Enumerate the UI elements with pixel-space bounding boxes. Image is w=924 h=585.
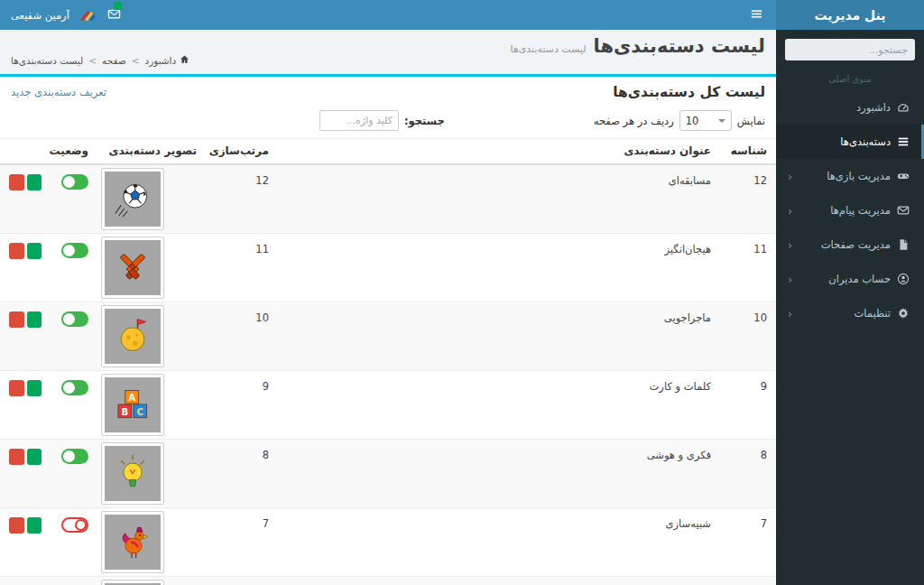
column-header-id[interactable]: شناسه [720,139,776,164]
add-category-link[interactable]: تعریف دسته‌بندی جدید [11,86,106,98]
cell-id: 8 [720,439,776,507]
sidebar-menu-item[interactable]: مدیریت بازی‌ها ‹ [776,159,924,193]
breadcrumb-separator: > [88,55,97,66]
status-toggle[interactable] [61,380,88,395]
cell-actions [0,439,51,507]
cell-sort: 12 [206,164,278,234]
status-toggle[interactable] [61,449,88,464]
cell-image [97,507,206,576]
breadcrumb-separator: > [132,55,140,66]
category-image [101,168,164,230]
delete-button[interactable] [9,517,24,534]
moon-flag-image [105,309,161,364]
categories-panel: لیست کل دسته‌بندی‌ها تعریف دسته‌بندی جدی… [0,74,776,585]
breadcrumb-item[interactable]: صفحه [102,55,126,66]
cell-sort: 6 [206,576,278,585]
status-toggle[interactable] [61,243,88,258]
navbar-user-area: آرمین شفیعی [7,6,124,24]
soccer-ball-image [105,172,161,227]
chevron-left-icon: ‹ [788,308,792,320]
sidebar-menu-item[interactable]: تنظیمات ‹ [776,296,924,330]
sidebar-section-label: منوی اصلی [776,66,924,90]
sidebar-menu-item[interactable]: داشبورد [776,90,924,125]
column-header-sort[interactable]: مرتب‌سازی [206,139,278,164]
main-area: آرمین شفیعی لیست دسته‌بندی‌ها لیست دسته‌… [0,0,776,585]
cell-id: 10 [720,302,776,370]
sidebar-menu-item[interactable]: مدیریت صفحات ‹ [776,228,924,262]
cell-image: ABC [97,370,206,439]
cell-status [51,302,97,370]
column-header-status[interactable]: وضعیت [51,139,97,164]
edit-button[interactable] [27,311,42,328]
messages-button[interactable] [106,6,124,24]
cell-image [97,576,206,585]
chevron-left-icon: ‹ [788,239,792,251]
edit-button[interactable] [27,243,42,259]
table-search-control: جستجو: [319,110,445,131]
svg-text:A: A [128,393,135,403]
table-row: 10 ماجراجویی 10 [0,302,776,370]
edit-button[interactable] [27,449,42,465]
cell-id: 11 [720,233,776,302]
cell-status [51,370,97,439]
cell-id: 12 [720,164,776,234]
delete-button[interactable] [9,380,24,396]
sidebar-toggle-button[interactable] [744,3,769,28]
page-title: لیست دسته‌بندی‌ها [594,35,765,58]
cell-id: 6 [720,576,776,585]
rooster-image [105,515,161,570]
delete-button[interactable] [9,311,24,328]
sidebar-search-button[interactable] [785,39,808,60]
cell-actions [0,370,51,439]
delete-button[interactable] [9,243,24,259]
user-avatar [79,8,97,23]
breadcrumb: لیست دسته‌بندی‌ها>صفحه>داشبورد [11,54,189,66]
column-header-image[interactable]: تصویر دسته‌بندی [97,139,206,164]
sidebar-item-label: حساب مدیران [828,273,891,285]
home-icon [180,54,189,66]
category-image [101,511,164,573]
sidebar-menu: داشبورد دسته‌بندی‌ها مدیریت بازی‌ها ‹ مد… [776,90,924,330]
cell-image [97,302,206,370]
status-toggle[interactable] [61,174,88,190]
categories-table: شناسه عنوان دسته‌بندی مرتب‌سازی تصویر دس… [0,138,776,585]
sidebar-menu-item[interactable]: دسته‌بندی‌ها [776,125,924,159]
crossed-pistols-image [105,240,161,295]
app: پنل مدیریت منوی اصلی داشبورد دسته‌بندی‌ه… [0,0,924,585]
dashboard-icon [897,101,910,114]
table-row: 7 شبیه‌سازی 7 [0,507,776,576]
table-search-input[interactable] [319,110,399,131]
table-controls: نمایش 10 ردیف در هر صفحه جستجو: [11,107,765,136]
edit-button[interactable] [27,174,42,190]
user-name[interactable]: آرمین شفیعی [11,9,69,22]
status-toggle[interactable] [61,517,88,533]
content-header: لیست دسته‌بندی‌ها لیست دسته‌بندی‌ها لیست… [0,30,776,74]
cell-sort: 8 [206,439,278,507]
sidebar-search-input[interactable] [808,39,915,60]
table-row: 8 فکری و هوشی 8 [0,439,776,507]
page-size-select[interactable]: 10 [679,110,732,131]
cell-title: فکری و هوشی [278,439,720,507]
sidebar-menu-item[interactable]: مدیریت پیام‌ها ‹ [776,193,924,228]
column-header-title[interactable]: عنوان دسته‌بندی [278,139,720,164]
table-row: 11 هیجان‌انگیز 11 [0,233,776,302]
breadcrumb-item[interactable]: داشبورد [144,54,189,66]
sidebar-search [785,39,915,60]
svg-text:C: C [137,407,143,417]
sidebar-menu-item[interactable]: حساب مدیران ‹ [776,262,924,296]
edit-button[interactable] [27,517,42,534]
cell-image [97,439,206,507]
cell-status [51,507,97,576]
cell-sort: 9 [206,370,278,439]
cell-sort: 10 [206,302,278,370]
breadcrumb-item[interactable]: لیست دسته‌بندی‌ها [11,55,83,66]
cell-title: کلمات و کارت [278,370,720,439]
delete-button[interactable] [9,174,24,190]
table-row: 6 رانندگی 6 [0,576,776,585]
cell-image [97,233,206,302]
status-toggle[interactable] [61,311,88,327]
delete-button[interactable] [9,449,24,465]
category-image [101,305,164,367]
edit-button[interactable] [27,380,42,396]
sidebar-item-label: دسته‌بندی‌ها [840,135,891,148]
